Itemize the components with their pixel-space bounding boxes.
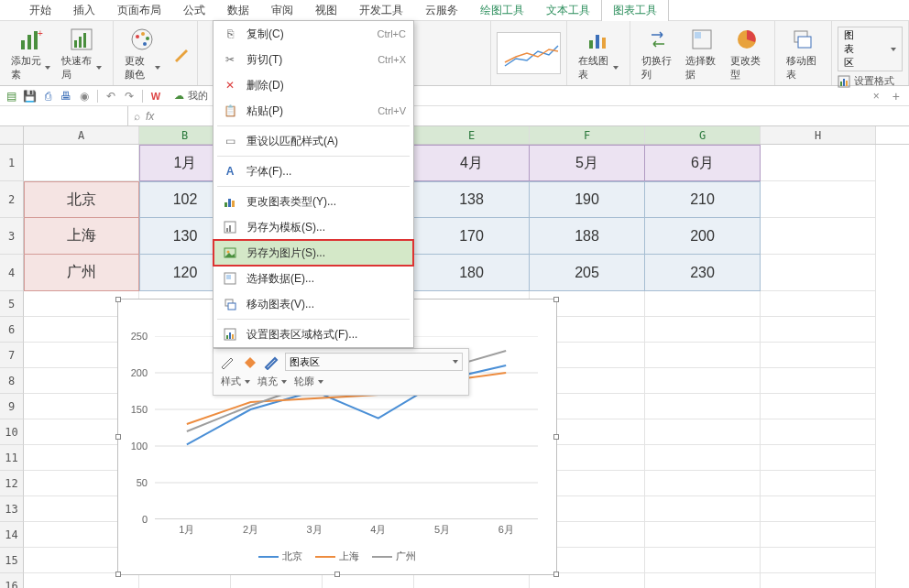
cell[interactable] bbox=[231, 573, 323, 588]
tab-insert[interactable]: 插入 bbox=[62, 0, 106, 21]
cell[interactable] bbox=[645, 343, 761, 368]
menu-change-chart-type[interactable]: 更改图表类型(Y)... bbox=[214, 189, 413, 214]
chart-style-preview[interactable] bbox=[497, 32, 561, 74]
select-data-button[interactable]: 选择数据 bbox=[682, 25, 722, 83]
tab-formula[interactable]: 公式 bbox=[172, 0, 216, 21]
menu-delete[interactable]: ✕删除(D) bbox=[214, 72, 413, 98]
cell[interactable] bbox=[645, 522, 761, 548]
wps-icon[interactable]: W bbox=[148, 89, 163, 103]
mini-outline-button[interactable] bbox=[263, 354, 279, 370]
menu-paste[interactable]: 📋粘贴(P)Ctrl+V bbox=[214, 98, 413, 124]
cell[interactable]: 6月 bbox=[645, 145, 761, 181]
row-header-2[interactable]: 2 bbox=[0, 181, 24, 218]
cell[interactable] bbox=[139, 573, 231, 588]
cell[interactable] bbox=[761, 522, 876, 548]
menu-reset-style[interactable]: ▭重设以匹配样式(A) bbox=[214, 128, 413, 154]
cell[interactable]: 5月 bbox=[530, 145, 645, 181]
cell[interactable]: 180 bbox=[414, 255, 530, 291]
tab-dev[interactable]: 开发工具 bbox=[348, 0, 414, 21]
cell[interactable] bbox=[645, 445, 761, 471]
col-header-H[interactable]: H bbox=[761, 126, 876, 144]
row-header[interactable]: 5 bbox=[0, 291, 24, 317]
menu-move-chart[interactable]: 移动图表(V)... bbox=[214, 291, 413, 317]
undo-icon[interactable]: ↶ bbox=[104, 89, 118, 103]
row-header[interactable]: 14 bbox=[0, 522, 24, 548]
cell[interactable] bbox=[645, 317, 761, 343]
cell[interactable]: 230 bbox=[645, 255, 761, 291]
col-header-E[interactable]: E bbox=[414, 126, 530, 144]
row-header-3[interactable]: 3 bbox=[0, 218, 24, 255]
cell[interactable] bbox=[761, 317, 876, 343]
row-header[interactable]: 12 bbox=[0, 471, 24, 496]
name-box[interactable] bbox=[0, 106, 128, 125]
cell[interactable] bbox=[761, 394, 876, 419]
cell[interactable]: 200 bbox=[645, 218, 761, 255]
cell[interactable] bbox=[761, 145, 876, 181]
change-type-button[interactable]: 更改类型 bbox=[727, 25, 767, 83]
cell[interactable] bbox=[761, 445, 876, 471]
cell[interactable]: 205 bbox=[530, 255, 645, 291]
cell[interactable] bbox=[645, 394, 761, 419]
row-header[interactable]: 10 bbox=[0, 419, 24, 445]
cell[interactable]: 北京 bbox=[24, 181, 139, 218]
menu-format-chart-area[interactable]: 设置图表区域格式(F)... bbox=[214, 321, 413, 347]
cell[interactable] bbox=[24, 573, 139, 588]
row-header[interactable]: 11 bbox=[0, 445, 24, 471]
new-tab-icon[interactable]: + bbox=[887, 89, 905, 103]
cell[interactable] bbox=[761, 419, 876, 445]
cell[interactable] bbox=[645, 419, 761, 445]
cell[interactable]: 广州 bbox=[24, 255, 139, 291]
save-icon[interactable]: 💾 bbox=[22, 89, 37, 103]
cell[interactable] bbox=[645, 548, 761, 573]
menu-font[interactable]: A字体(F)... bbox=[214, 158, 413, 184]
row-header[interactable]: 6 bbox=[0, 317, 24, 343]
set-format-button[interactable]: 设置格式 bbox=[838, 74, 903, 88]
cell[interactable] bbox=[530, 573, 645, 588]
cell[interactable] bbox=[645, 496, 761, 522]
cell[interactable]: 190 bbox=[530, 181, 645, 218]
row-header-1[interactable]: 1 bbox=[0, 145, 24, 181]
new-icon[interactable]: ▤ bbox=[4, 89, 18, 103]
tab-draw[interactable]: 绘图工具 bbox=[469, 0, 535, 21]
cell[interactable]: 上海 bbox=[24, 218, 139, 255]
cell[interactable] bbox=[761, 573, 876, 588]
row-header[interactable]: 16 bbox=[0, 573, 24, 588]
row-header[interactable]: 9 bbox=[0, 394, 24, 419]
cell[interactable] bbox=[24, 145, 139, 181]
tab-review[interactable]: 审阅 bbox=[260, 0, 304, 21]
cell[interactable] bbox=[761, 255, 876, 291]
fx-icon[interactable]: fx bbox=[146, 110, 154, 123]
saveas-icon[interactable]: ⎙ bbox=[40, 89, 55, 103]
menu-copy[interactable]: ⎘复制(C)Ctrl+C bbox=[214, 21, 413, 47]
add-element-button[interactable]: + 添加元素 bbox=[7, 25, 54, 83]
col-header-F[interactable]: F bbox=[530, 126, 645, 144]
online-chart-button[interactable]: 在线图表 bbox=[575, 25, 622, 83]
chart-area-selector[interactable]: 图表区 bbox=[838, 27, 903, 71]
cell[interactable] bbox=[645, 573, 761, 588]
tab-layout[interactable]: 页面布局 bbox=[106, 0, 172, 21]
change-color-button[interactable]: 更改颜色 bbox=[121, 25, 165, 83]
cell[interactable] bbox=[645, 291, 761, 317]
cell[interactable] bbox=[414, 573, 530, 588]
menu-select-data[interactable]: 选择数据(E)... bbox=[214, 266, 413, 291]
close-tab-icon[interactable]: × bbox=[870, 90, 883, 103]
row-header[interactable]: 13 bbox=[0, 496, 24, 522]
select-all-corner[interactable] bbox=[0, 126, 24, 144]
mini-fill-button[interactable] bbox=[241, 354, 257, 370]
tab-text[interactable]: 文本工具 bbox=[535, 0, 601, 21]
cell[interactable] bbox=[645, 471, 761, 496]
tab-start[interactable]: 开始 bbox=[18, 0, 62, 21]
move-chart-button[interactable]: 移动图表 bbox=[783, 25, 824, 83]
cell[interactable]: 170 bbox=[414, 218, 530, 255]
tab-view[interactable]: 视图 bbox=[304, 0, 348, 21]
row-header-4[interactable]: 4 bbox=[0, 255, 24, 291]
cell[interactable] bbox=[761, 368, 876, 394]
cell[interactable]: 210 bbox=[645, 181, 761, 218]
cell[interactable] bbox=[761, 181, 876, 218]
qat-doc-tab[interactable]: ☁我的 bbox=[167, 87, 215, 104]
menu-cut[interactable]: ✂剪切(T)Ctrl+X bbox=[214, 47, 413, 72]
menu-save-template[interactable]: 另存为模板(S)... bbox=[214, 214, 413, 240]
pen-icon[interactable] bbox=[173, 46, 190, 62]
cell[interactable]: 188 bbox=[530, 218, 645, 255]
cell[interactable] bbox=[761, 343, 876, 368]
